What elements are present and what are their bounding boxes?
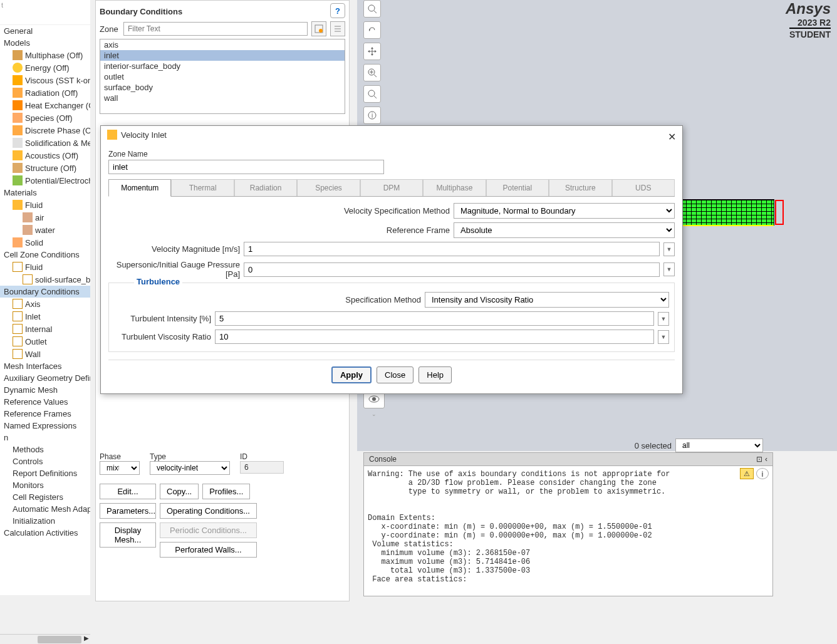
- velocity-mag-input[interactable]: [244, 242, 660, 256]
- close-button[interactable]: Close: [377, 366, 413, 383]
- turb-ratio-input[interactable]: [215, 330, 654, 344]
- tree-solid[interactable]: Solid: [0, 236, 90, 249]
- dropdown-icon[interactable]: ▼: [663, 242, 675, 256]
- tab-species[interactable]: Species: [297, 179, 360, 196]
- zone-item-surface[interactable]: surface_body: [100, 82, 345, 93]
- velocity-spec-select[interactable]: Magnitude, Normal to Boundary: [454, 203, 675, 219]
- edit-button[interactable]: Edit...: [100, 484, 156, 499]
- tree-axis[interactable]: Axis: [0, 298, 90, 310]
- tab-structure[interactable]: Structure: [549, 179, 611, 196]
- dropdown-icon[interactable]: ▼: [658, 312, 669, 326]
- tree-solid-surf[interactable]: solid-surface_bo: [0, 273, 90, 286]
- tree-potential[interactable]: Potential/Electrochen: [0, 174, 90, 187]
- tab-momentum[interactable]: Momentum: [108, 179, 171, 197]
- dialog-titlebar[interactable]: Velocity Inlet ✕: [101, 126, 682, 143]
- tree-multiphase[interactable]: Multiphase (Off): [0, 49, 90, 61]
- console-popout-icon[interactable]: ⊡: [756, 455, 762, 464]
- help-button[interactable]: Help: [418, 366, 452, 383]
- console-output[interactable]: Warning: The use of axis boundary condit…: [364, 466, 772, 588]
- tree-water[interactable]: water: [0, 224, 90, 236]
- tree-models[interactable]: Models: [0, 37, 90, 49]
- tree-materials[interactable]: Materials: [0, 187, 90, 199]
- parameters-button[interactable]: Parameters...: [100, 503, 156, 519]
- tree-auto-mesh[interactable]: Automatic Mesh Adaption: [0, 503, 90, 515]
- tree-acoustics[interactable]: Acoustics (Off): [0, 149, 90, 162]
- zoom-fit-icon[interactable]: [363, 85, 381, 103]
- apply-button[interactable]: Apply: [331, 366, 372, 383]
- zone-item-interior[interactable]: interior-surface_body: [100, 61, 345, 71]
- filter-toggle-icon[interactable]: [311, 21, 326, 36]
- tree-energy[interactable]: Energy (Off): [0, 61, 90, 74]
- tree-heat-exchanger[interactable]: Heat Exchanger (Off): [0, 99, 90, 112]
- copy-button[interactable]: Copy...: [160, 484, 199, 499]
- tree-boundary-conditions[interactable]: Boundary Conditions: [0, 286, 90, 298]
- display-mesh-button[interactable]: Display Mesh...: [100, 522, 156, 548]
- tree-cell-zone[interactable]: Cell Zone Conditions: [0, 249, 90, 261]
- tree-general[interactable]: General: [0, 25, 90, 37]
- type-select[interactable]: velocity-inlet: [150, 461, 230, 475]
- rotate-icon[interactable]: [363, 21, 381, 39]
- perforated-walls-button[interactable]: Perforated Walls...: [160, 542, 257, 558]
- tree-controls[interactable]: Controls: [0, 455, 90, 467]
- tree-wall[interactable]: Wall: [0, 348, 90, 360]
- tree-solidification[interactable]: Solidification & Melti: [0, 137, 90, 149]
- tree-inlet[interactable]: Inlet: [0, 310, 90, 323]
- pan-icon[interactable]: [363, 43, 381, 60]
- zone-filter-input[interactable]: [123, 22, 308, 36]
- zone-item-wall[interactable]: wall: [100, 93, 345, 103]
- dropdown-icon[interactable]: ▼: [663, 262, 675, 276]
- tab-uds[interactable]: UDS: [612, 179, 675, 196]
- info-icon[interactable]: i: [363, 106, 381, 124]
- tree-discrete-phase[interactable]: Discrete Phase (Off): [0, 124, 90, 137]
- tree-fluid[interactable]: Fluid: [0, 199, 90, 211]
- zoom-area-icon[interactable]: [363, 0, 381, 18]
- info-icon[interactable]: i: [756, 468, 769, 479]
- close-icon[interactable]: ✕: [668, 131, 676, 143]
- tab-dpm[interactable]: DPM: [360, 179, 423, 196]
- tree-outlet[interactable]: Outlet: [0, 335, 90, 348]
- phase-select[interactable]: mixture: [100, 461, 140, 475]
- console-collapse-icon[interactable]: ‹: [765, 455, 767, 464]
- tree-internal[interactable]: Internal: [0, 323, 90, 335]
- tab-multiphase[interactable]: Multiphase: [423, 179, 486, 196]
- turb-intensity-input[interactable]: [215, 311, 654, 326]
- tree-species[interactable]: Species (Off): [0, 112, 90, 124]
- tab-radiation[interactable]: Radiation: [234, 179, 297, 196]
- tree-methods[interactable]: Methods: [0, 444, 90, 455]
- tree-structure[interactable]: Structure (Off): [0, 162, 90, 174]
- tree-monitors[interactable]: Monitors: [0, 479, 90, 491]
- tree-n[interactable]: n: [0, 432, 90, 444]
- tree-air[interactable]: air: [0, 211, 90, 224]
- tree-calc-activities[interactable]: Calculation Activities: [0, 527, 90, 539]
- tab-thermal[interactable]: Thermal: [171, 179, 234, 196]
- profiles-button[interactable]: Profiles...: [202, 484, 250, 499]
- zone-item-inlet[interactable]: inlet: [100, 50, 345, 61]
- zone-item-outlet[interactable]: outlet: [100, 71, 345, 82]
- zone-name-input[interactable]: [108, 160, 384, 174]
- tree-radiation[interactable]: Radiation (Off): [0, 86, 90, 99]
- tree-named-expressions[interactable]: Named Expressions: [0, 420, 90, 432]
- tree-report-defs[interactable]: Report Definitions: [0, 467, 90, 479]
- tree-initialization[interactable]: Initialization: [0, 515, 90, 527]
- tree-scrollbar[interactable]: ▶: [0, 634, 90, 644]
- selection-filter[interactable]: all: [675, 439, 763, 452]
- spec-method-select[interactable]: Intensity and Viscosity Ratio: [425, 292, 669, 308]
- warning-icon[interactable]: ⚠: [740, 468, 754, 479]
- dropdown-icon[interactable]: ▼: [658, 330, 669, 344]
- zone-item-axis[interactable]: axis: [100, 39, 345, 50]
- tree-viscous[interactable]: Viscous (SST k-omeg: [0, 74, 90, 86]
- help-button[interactable]: ?: [330, 3, 345, 18]
- tree-aux-geometry[interactable]: Auxiliary Geometry Defini: [0, 372, 90, 384]
- tree-cell-registers[interactable]: Cell Registers: [0, 491, 90, 503]
- tree-reference-values[interactable]: Reference Values: [0, 396, 90, 408]
- zoom-in-icon[interactable]: [363, 64, 381, 81]
- tree-reference-frames[interactable]: Reference Frames: [0, 408, 90, 420]
- filter-list-icon[interactable]: [330, 21, 345, 36]
- tree-mesh-interfaces[interactable]: Mesh Interfaces: [0, 360, 90, 372]
- tree-dynamic-mesh[interactable]: Dynamic Mesh: [0, 384, 90, 396]
- tab-potential[interactable]: Potential: [486, 179, 549, 196]
- tree-fluid2[interactable]: Fluid: [0, 261, 90, 273]
- operating-conditions-button[interactable]: Operating Conditions...: [160, 503, 257, 519]
- chevron-down-icon[interactable]: ⌄: [363, 411, 385, 417]
- supersonic-input[interactable]: [244, 262, 660, 277]
